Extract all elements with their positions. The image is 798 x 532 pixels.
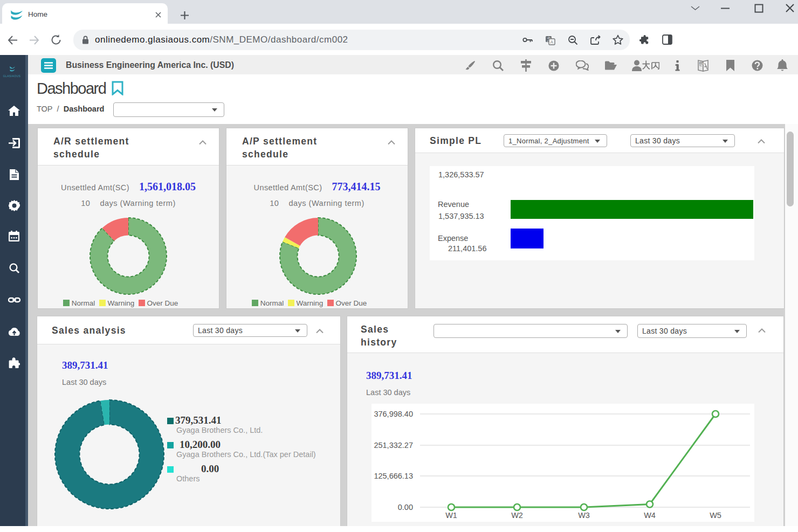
svg-text:W1: W1 (445, 511, 457, 520)
svg-text:376,998.40: 376,998.40 (374, 410, 413, 418)
svg-text:W2: W2 (511, 511, 523, 520)
svg-text:W5: W5 (710, 511, 721, 520)
svg-text:251,332.27: 251,332.27 (374, 441, 413, 450)
svg-text:A: A (551, 39, 554, 45)
svg-text:125,666.13: 125,666.13 (374, 472, 413, 480)
svg-text:0.00: 0.00 (398, 503, 413, 512)
svg-text:W3: W3 (578, 511, 590, 520)
svg-text:FA: FA (700, 62, 704, 65)
svg-text:GLASIAOUS: GLASIAOUS (3, 74, 21, 78)
svg-text:W4: W4 (644, 511, 656, 520)
